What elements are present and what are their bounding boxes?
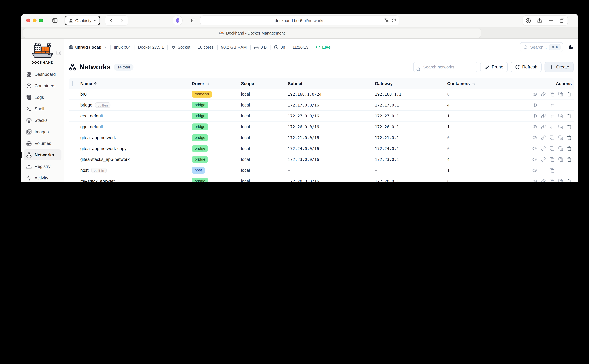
delete-action-button[interactable] xyxy=(567,157,572,162)
brush-icon xyxy=(485,65,490,69)
toolbar-right-group xyxy=(523,16,568,25)
view-action-button[interactable] xyxy=(532,92,537,97)
view-action-button[interactable] xyxy=(532,124,537,129)
env-meta-item: 0 B xyxy=(254,45,267,50)
environment-selector[interactable]: unraid (local) xyxy=(69,45,107,50)
duplicate-action-button[interactable] xyxy=(558,135,563,140)
column-header-name[interactable]: Name xyxy=(80,81,192,86)
sidebar-item-volumes[interactable]: Volumes xyxy=(24,138,61,149)
close-window-button[interactable] xyxy=(26,19,30,22)
browser-tab[interactable]: Dockhand - Docker Management xyxy=(23,28,481,38)
view-action-button[interactable] xyxy=(532,157,537,162)
downloads-button[interactable] xyxy=(526,18,531,23)
link-action-button[interactable] xyxy=(541,135,546,140)
duplicate-action-button[interactable] xyxy=(558,124,563,129)
view-action-button[interactable] xyxy=(532,113,537,118)
global-search[interactable]: Search... ⌘ K xyxy=(520,42,563,52)
gateway-cell: 172.23.0.1 xyxy=(375,157,447,162)
copy-action-button[interactable] xyxy=(549,113,554,118)
global-search-placeholder: Search... xyxy=(530,45,547,50)
copy-action-button[interactable] xyxy=(549,92,554,97)
delete-action-button[interactable] xyxy=(567,113,572,118)
link-icon xyxy=(541,146,546,151)
network-row-br0[interactable]: br0macvlanlocal192.168.1.0/24192.168.1.1… xyxy=(69,89,574,100)
column-header-driver[interactable]: Driver xyxy=(192,81,241,86)
sidebar-item-stacks[interactable]: Stacks xyxy=(24,115,61,126)
driver-badge: bridge xyxy=(192,135,208,141)
layout-dashboard-icon xyxy=(26,72,32,77)
minimize-window-button[interactable] xyxy=(33,19,36,22)
sidebar-item-activity[interactable]: Activity xyxy=(24,172,61,182)
copy-action-button[interactable] xyxy=(549,103,554,108)
new-tab-button[interactable] xyxy=(548,18,554,23)
duplicate-action-button[interactable] xyxy=(558,179,563,182)
trash-icon xyxy=(567,135,572,140)
divider xyxy=(134,45,134,50)
link-action-button[interactable] xyxy=(541,179,546,182)
view-action-button[interactable] xyxy=(532,179,537,182)
copy-action-button[interactable] xyxy=(549,135,554,140)
network-row-host[interactable]: hostbuilt-inhostlocal––1 xyxy=(69,165,574,176)
copy-action-button[interactable] xyxy=(549,168,554,173)
duplicate-action-button[interactable] xyxy=(558,146,563,151)
network-row-gitea_app-network-copy[interactable]: gitea_app-network-copybridgelocal172.24.… xyxy=(69,143,574,154)
network-row-bridge[interactable]: bridgebuilt-inbridgelocal172.17.0.0/1617… xyxy=(69,100,574,111)
delete-action-button[interactable] xyxy=(567,135,572,140)
select-all-checkbox[interactable] xyxy=(72,81,73,86)
back-button[interactable] xyxy=(108,18,114,23)
sidebar-item-dashboard[interactable]: Dashboard xyxy=(24,69,61,80)
duplicate-action-button[interactable] xyxy=(558,113,563,118)
link-action-button[interactable] xyxy=(541,157,546,162)
prune-button[interactable]: Prune xyxy=(480,62,508,72)
share-button[interactable] xyxy=(537,18,543,23)
zoom-window-button[interactable] xyxy=(39,19,43,22)
copy-action-button[interactable] xyxy=(549,157,554,162)
browser-sidebar-toggle-button[interactable] xyxy=(52,17,58,24)
duplicate-action-button[interactable] xyxy=(558,92,563,97)
network-row-gitea-stacks_app-network[interactable]: gitea-stacks_app-networkbridgelocal172.2… xyxy=(69,154,574,165)
delete-action-button[interactable] xyxy=(567,92,572,97)
link-action-button[interactable] xyxy=(541,146,546,151)
create-button[interactable]: Create xyxy=(545,62,574,72)
view-action-button[interactable] xyxy=(532,103,537,108)
delete-action-button[interactable] xyxy=(567,124,572,129)
tab-overview-button[interactable] xyxy=(560,18,565,23)
view-action-button[interactable] xyxy=(532,135,537,140)
networks-search-input[interactable] xyxy=(413,62,477,72)
sidebar-item-logs[interactable]: Logs xyxy=(24,92,61,103)
column-header-containers[interactable]: Containers xyxy=(447,81,521,86)
copy-action-button[interactable] xyxy=(549,146,554,151)
link-action-button[interactable] xyxy=(541,113,546,118)
sidebar-item-shell[interactable]: Shell xyxy=(24,103,61,114)
refresh-button[interactable]: Refresh xyxy=(510,62,542,72)
extension-button[interactable] xyxy=(173,16,182,25)
network-row-eee_default[interactable]: eee_defaultbridgelocal172.27.0.0/16172.2… xyxy=(69,111,574,122)
trash-icon xyxy=(567,114,572,118)
reload-button[interactable] xyxy=(391,18,396,23)
network-row-my-stack_app-net[interactable]: my-stack_app-netbridgelocal172.20.0.0/16… xyxy=(69,176,574,182)
copy-action-button[interactable] xyxy=(549,124,554,129)
page-settings-button[interactable] xyxy=(191,18,196,23)
delete-action-button[interactable] xyxy=(567,179,572,182)
sidebar-item-registry[interactable]: Registry xyxy=(24,161,61,172)
forward-button[interactable] xyxy=(119,18,125,23)
sidebar-collapse-button[interactable] xyxy=(55,49,62,57)
extension-gem-icon xyxy=(175,18,180,23)
address-bar[interactable]: dockhand.bor6.pl/networks xyxy=(200,16,399,25)
view-action-button[interactable] xyxy=(532,146,537,151)
delete-action-button[interactable] xyxy=(567,146,572,151)
network-row-gitea_app-network[interactable]: gitea_app-networkbridgelocal172.21.0.0/1… xyxy=(69,132,574,143)
link-action-button[interactable] xyxy=(541,124,546,129)
view-action-button[interactable] xyxy=(532,168,537,173)
profile-menu-button[interactable]: Osobisty xyxy=(65,16,100,25)
sidebar-item-containers[interactable]: Containers xyxy=(24,80,61,91)
translate-button[interactable] xyxy=(384,18,389,23)
copy-action-button[interactable] xyxy=(549,179,554,182)
duplicate-action-button[interactable] xyxy=(558,157,563,162)
sidebar-item-networks[interactable]: Networks xyxy=(24,149,61,160)
sidebar-item-images[interactable]: Images xyxy=(24,126,61,137)
link-action-button[interactable] xyxy=(541,92,546,97)
network-row-ggg_default[interactable]: ggg_defaultbridgelocal172.26.0.0/16172.2… xyxy=(69,122,574,132)
gateway-cell: 172.21.0.1 xyxy=(375,135,447,140)
dark-mode-toggle[interactable] xyxy=(568,45,574,50)
